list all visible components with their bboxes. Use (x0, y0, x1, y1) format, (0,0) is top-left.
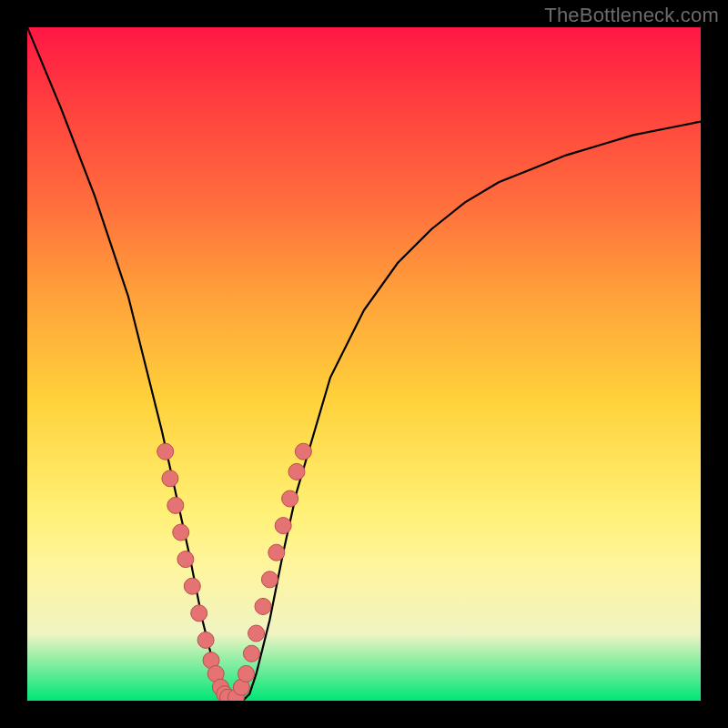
watermark-label: TheBottleneck.com (544, 4, 719, 27)
data-marker (238, 665, 255, 682)
data-marker (177, 551, 194, 568)
data-marker (282, 490, 298, 507)
data-marker (295, 443, 311, 460)
data-marker (248, 625, 265, 642)
data-marker (243, 645, 259, 662)
data-marker (191, 605, 207, 622)
data-marker (255, 598, 271, 614)
data-marker (197, 632, 214, 648)
plot-area (27, 27, 701, 701)
data-marker (288, 463, 305, 480)
data-marker (162, 470, 178, 487)
data-marker (275, 518, 291, 534)
data-marker (261, 571, 278, 588)
data-marker (268, 544, 285, 561)
data-marker (173, 524, 189, 541)
data-marker (167, 497, 184, 513)
data-marker (157, 443, 174, 460)
bottleneck-curve (27, 27, 701, 701)
data-marker (184, 578, 200, 594)
bottleneck-curve-path (27, 27, 701, 701)
